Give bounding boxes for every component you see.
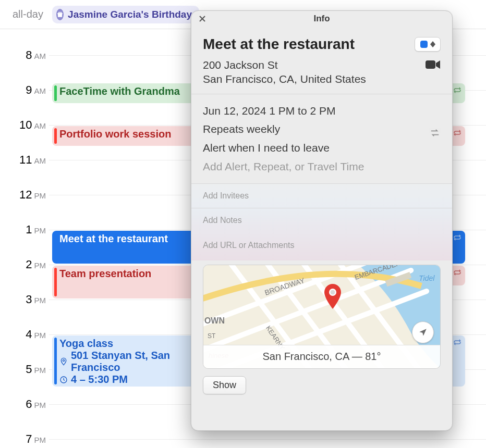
- event-title: Team presentation: [59, 268, 151, 279]
- popover-titlebar: Info: [191, 11, 452, 27]
- hour-9am: 9AM: [0, 83, 46, 97]
- repeat-icon: [453, 268, 462, 277]
- hour-4pm: 4PM: [0, 328, 46, 341]
- hour-5pm: 5PM: [0, 363, 46, 376]
- svg-text:Tidel: Tidel: [419, 274, 435, 282]
- repeat-icon: [453, 233, 462, 242]
- event-team-presentation[interactable]: Team presentation: [52, 266, 198, 298]
- calendar-color-picker[interactable]: [415, 37, 441, 52]
- hour-7pm: 7PM: [0, 432, 46, 446]
- event-datetime-field[interactable]: Jun 12, 2024 1 PM to 2 PM: [203, 102, 335, 120]
- hour-12pm: 12PM: [0, 188, 46, 202]
- hour-10am: 10AM: [0, 118, 46, 132]
- add-alert-repeat-travel[interactable]: Add Alert, Repeat, or Travel Time: [203, 157, 364, 176]
- add-invitees-field[interactable]: Add Invitees: [203, 191, 249, 200]
- close-button[interactable]: [198, 14, 207, 23]
- event-portfolio[interactable]: Portfolio work session: [52, 126, 198, 146]
- repeat-icon: [453, 85, 462, 95]
- event-title-field[interactable]: Meet at the restaurant: [203, 36, 355, 53]
- hour-6pm: 6PM: [0, 397, 46, 411]
- event-title: Meet at the restaurant: [59, 233, 168, 244]
- hour-1pm: 1PM: [0, 223, 46, 237]
- event-title: FaceTime with Grandma: [59, 85, 180, 97]
- pin-icon: [59, 357, 68, 366]
- location-map[interactable]: BROADWAY EMBARCADERO KEARNY OWN ST Tidel…: [203, 265, 441, 369]
- event-title: Yoga class: [59, 338, 192, 350]
- event-repeat-field[interactable]: Repeats weekly: [203, 120, 280, 139]
- event-location-field[interactable]: 200 Jackson St San Francisco, CA, United…: [203, 58, 366, 86]
- chevrons-updown-icon: [430, 41, 435, 47]
- calendar-color-swatch: [420, 41, 428, 48]
- map-pin-icon: [323, 284, 342, 309]
- section-invitees: Add Invitees: [191, 183, 452, 208]
- event-info-popover: Info Meet at the restaurant 200 Jackson …: [191, 10, 453, 431]
- hour-3pm: 3PM: [0, 293, 46, 306]
- section-notes: Add Notes Add URL or Attachments: [191, 208, 452, 260]
- show-button[interactable]: Show: [203, 376, 246, 394]
- video-call-button[interactable]: [425, 59, 441, 70]
- gift-icon: [56, 9, 64, 20]
- hour-11am: 11AM: [0, 153, 46, 167]
- add-url-attachments-field[interactable]: Add URL or Attachments: [203, 241, 441, 250]
- all-day-event-title: Jasmine Garcia's Birthday: [68, 9, 192, 20]
- event-time-line: 4 – 5:30 PM: [59, 374, 192, 385]
- svg-point-0: [63, 359, 64, 361]
- svg-text:ST: ST: [208, 332, 216, 340]
- event-title: Portfolio work session: [59, 128, 171, 140]
- map-weather-footer: San Francisco, CA — 81°: [203, 345, 440, 368]
- repeat-icon: [453, 128, 462, 138]
- section-date-repeat: Jun 12, 2024 1 PM to 2 PM Repeats weekly…: [191, 94, 452, 183]
- svg-rect-2: [426, 60, 435, 69]
- all-day-label: all-day: [13, 8, 52, 20]
- hour-8am: 8AM: [0, 48, 46, 62]
- section-title-location: Meet at the restaurant 200 Jackson St Sa…: [191, 27, 452, 94]
- all-day-event-chip[interactable]: Jasmine Garcia's Birthday: [52, 6, 199, 23]
- event-meet-restaurant[interactable]: Meet at the restaurant: [52, 231, 198, 264]
- svg-text:OWN: OWN: [204, 316, 225, 325]
- event-alert-field[interactable]: Alert when I need to leave: [203, 139, 330, 157]
- add-notes-field[interactable]: Add Notes: [203, 216, 242, 225]
- repeat-icon[interactable]: [429, 125, 441, 134]
- popover-title: Info: [313, 14, 330, 24]
- hour-2pm: 2PM: [0, 258, 46, 271]
- map-recenter-button[interactable]: [412, 321, 434, 343]
- popover-footer: Show: [191, 369, 452, 404]
- repeat-icon: [453, 338, 462, 347]
- event-yoga[interactable]: Yoga class 501 Stanyan St, San Francisco…: [52, 335, 198, 387]
- event-facetime[interactable]: FaceTime with Grandma: [52, 83, 198, 103]
- svg-point-20: [331, 290, 335, 294]
- event-location-line: 501 Stanyan St, San Francisco: [59, 350, 192, 374]
- clock-icon: [59, 376, 68, 384]
